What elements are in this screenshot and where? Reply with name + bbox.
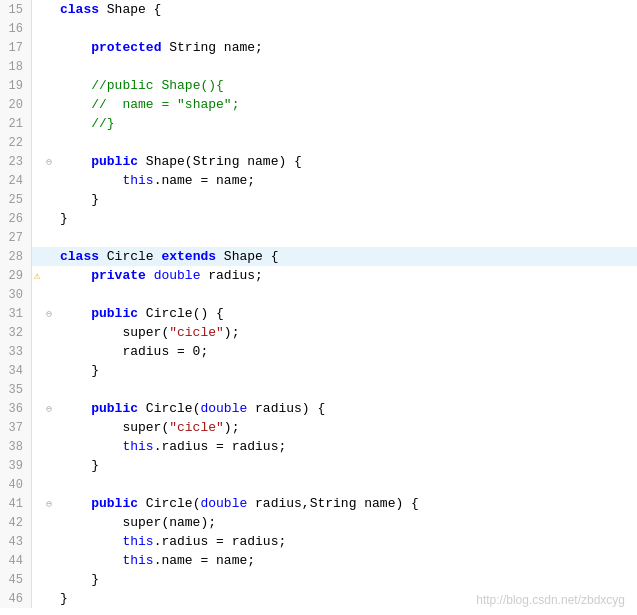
- line-content: public Circle() {: [56, 304, 637, 323]
- line-content: this.radius = radius;: [56, 532, 637, 551]
- line-number: 39: [0, 456, 32, 475]
- code-line: 16: [0, 19, 637, 38]
- code-line: 23⊖ public Shape(String name) {: [0, 152, 637, 171]
- code-token: this: [122, 534, 153, 549]
- line-number: 43: [0, 532, 32, 551]
- line-number: 41: [0, 494, 32, 513]
- line-number: 34: [0, 361, 32, 380]
- line-content: [56, 19, 637, 38]
- line-content: [56, 475, 637, 494]
- code-token: double: [200, 401, 255, 416]
- code-token: [60, 116, 91, 131]
- line-content: // name = "shape";: [56, 95, 637, 114]
- line-number: 33: [0, 342, 32, 361]
- code-token: public: [91, 496, 146, 511]
- code-token: String name;: [169, 40, 263, 55]
- code-line: 44 this.name = name;: [0, 551, 637, 570]
- code-token: super(: [60, 325, 169, 340]
- code-token: }: [60, 363, 99, 378]
- line-number: 24: [0, 171, 32, 190]
- code-token: "cicle": [169, 325, 224, 340]
- code-token: "cicle": [169, 420, 224, 435]
- code-line: 45 }: [0, 570, 637, 589]
- line-content: this.name = name;: [56, 551, 637, 570]
- code-line: 29⚠ private double radius;: [0, 266, 637, 285]
- code-token: [60, 534, 122, 549]
- fold-icon[interactable]: ⊖: [42, 308, 56, 320]
- code-token: [60, 306, 91, 321]
- line-number: 21: [0, 114, 32, 133]
- fold-icon[interactable]: ⊖: [42, 498, 56, 510]
- line-content: protected String name;: [56, 38, 637, 57]
- code-line: 31⊖ public Circle() {: [0, 304, 637, 323]
- code-token: this: [122, 173, 153, 188]
- breakpoint-area: ⚠: [32, 269, 42, 282]
- line-content: }: [56, 209, 637, 228]
- code-line: 38 this.radius = radius;: [0, 437, 637, 456]
- code-token: private: [91, 268, 153, 283]
- code-line: 32 super("cicle");: [0, 323, 637, 342]
- code-line: 42 super(name);: [0, 513, 637, 532]
- code-line: 18: [0, 57, 637, 76]
- code-token: .radius = radius;: [154, 534, 287, 549]
- line-number: 37: [0, 418, 32, 437]
- code-line: 40: [0, 475, 637, 494]
- code-token: }: [60, 192, 99, 207]
- code-token: radius) {: [255, 401, 325, 416]
- code-token: [60, 97, 91, 112]
- line-number: 45: [0, 570, 32, 589]
- line-content: this.radius = radius;: [56, 437, 637, 456]
- code-token: [60, 401, 91, 416]
- line-content: this.name = name;: [56, 171, 637, 190]
- code-line: 39 }: [0, 456, 637, 475]
- code-token: [60, 496, 91, 511]
- fold-icon[interactable]: ⊖: [42, 403, 56, 415]
- fold-icon[interactable]: ⊖: [42, 156, 56, 168]
- code-line: 26}: [0, 209, 637, 228]
- line-content: }: [56, 456, 637, 475]
- code-token: class: [60, 2, 107, 17]
- code-line: 41⊖ public Circle(double radius,String n…: [0, 494, 637, 513]
- code-line: 33 radius = 0;: [0, 342, 637, 361]
- code-token: );: [224, 420, 240, 435]
- line-number: 38: [0, 437, 32, 456]
- code-line: 30: [0, 285, 637, 304]
- code-line: 17 protected String name;: [0, 38, 637, 57]
- line-number: 35: [0, 380, 32, 399]
- code-token: }: [60, 211, 68, 226]
- code-line: 35: [0, 380, 637, 399]
- code-token: super(name);: [60, 515, 216, 530]
- code-line: 36⊖ public Circle(double radius) {: [0, 399, 637, 418]
- line-content: //public Shape(){: [56, 76, 637, 95]
- code-token: this: [122, 439, 153, 454]
- code-line: 43 this.radius = radius;: [0, 532, 637, 551]
- code-token: extends: [161, 249, 223, 264]
- line-content: [56, 380, 637, 399]
- code-token: double: [200, 496, 255, 511]
- line-content: [56, 285, 637, 304]
- code-token: super(: [60, 420, 169, 435]
- code-token: }: [60, 572, 99, 587]
- code-token: radius,String name) {: [255, 496, 419, 511]
- code-token: }: [60, 591, 68, 606]
- code-token: public: [91, 306, 146, 321]
- code-line: 21 //}: [0, 114, 637, 133]
- code-token: Circle() {: [146, 306, 224, 321]
- code-token: .name = name;: [154, 173, 255, 188]
- line-content: public Circle(double radius,String name)…: [56, 494, 637, 513]
- line-content: private double radius;: [56, 266, 637, 285]
- line-number: 22: [0, 133, 32, 152]
- code-token: .name = name;: [154, 553, 255, 568]
- line-number: 17: [0, 38, 32, 57]
- line-number: 44: [0, 551, 32, 570]
- code-line: 34 }: [0, 361, 637, 380]
- code-token: Shape(String name) {: [146, 154, 302, 169]
- code-token: Shape {: [224, 249, 279, 264]
- line-content: //}: [56, 114, 637, 133]
- code-line: 20 // name = "shape";: [0, 95, 637, 114]
- code-token: [60, 78, 91, 93]
- code-token: Shape {: [107, 2, 162, 17]
- code-token: radius = 0;: [60, 344, 208, 359]
- line-number: 16: [0, 19, 32, 38]
- line-content: [56, 57, 637, 76]
